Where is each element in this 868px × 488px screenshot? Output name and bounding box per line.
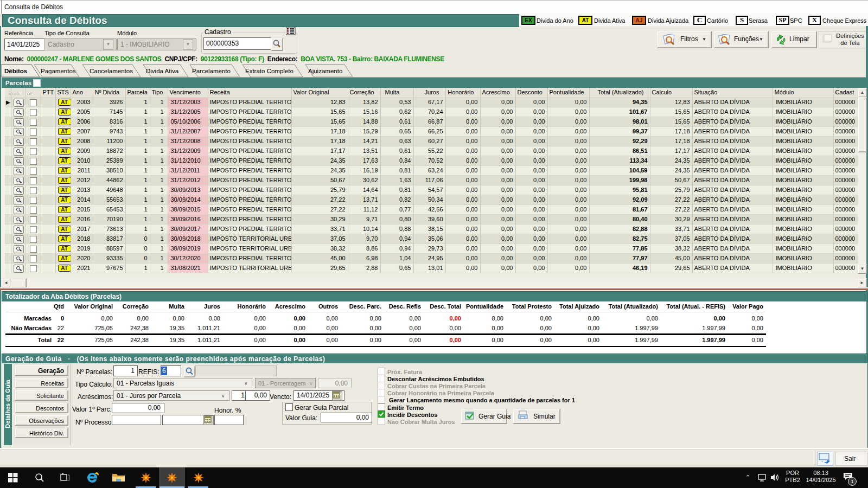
svg-text:Pagamentos: Pagamentos bbox=[41, 68, 76, 74]
svg-text:Divida Ativa: Divida Ativa bbox=[146, 68, 179, 74]
svg-text:Parcelamento: Parcelamento bbox=[192, 68, 231, 74]
svg-text:Débitos: Débitos bbox=[4, 68, 27, 74]
svg-text:Ajuizamento: Ajuizamento bbox=[308, 68, 342, 74]
svg-text:Cancelamentos: Cancelamentos bbox=[90, 68, 133, 74]
svg-text:Extrato Completo: Extrato Completo bbox=[245, 68, 293, 74]
